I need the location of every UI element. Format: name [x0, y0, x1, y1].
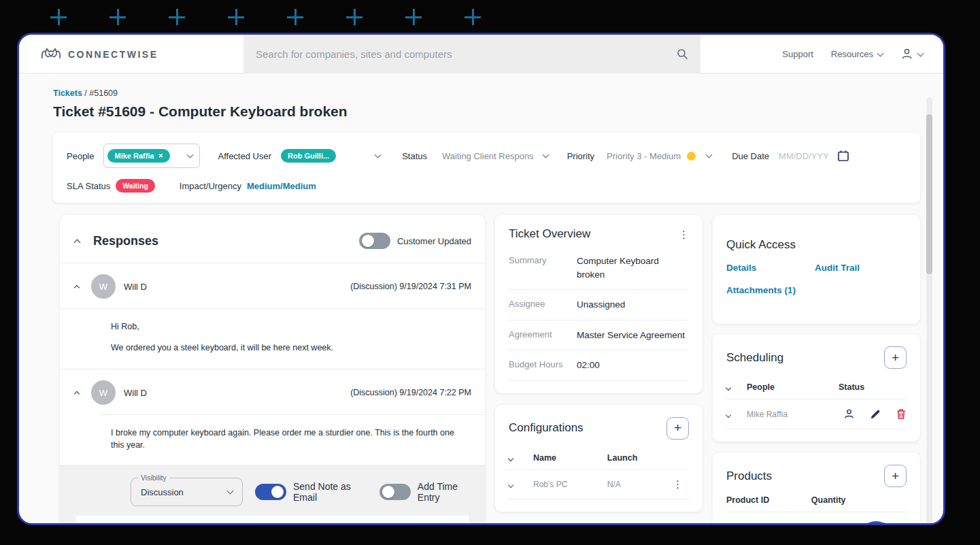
message-line: We ordered you a steel keyboard, it will…: [111, 342, 469, 354]
top-navigation: CONNECTWISE Search for companies, sites …: [19, 35, 943, 73]
quick-access-title: Quick Access: [726, 238, 796, 251]
add-product-button[interactable]: +: [884, 465, 907, 487]
edit-pencil-icon[interactable]: [870, 409, 881, 420]
people-select[interactable]: Mike Raffia ✕: [103, 144, 200, 168]
note-compose-panel: Notify Affected User (Rob Guilliman): [76, 516, 469, 525]
account-menu[interactable]: [900, 48, 923, 61]
middle-column: Ticket Overview ⋮ Summary Computer Keybo…: [495, 215, 703, 525]
responses-column: Responses Customer Updated W Will D: [60, 215, 485, 525]
customer-updated-toggle-group: Customer Updated: [359, 233, 471, 249]
affected-user-label: Affected User: [218, 151, 271, 161]
send-note-as-email-toggle[interactable]: [255, 484, 286, 500]
response-message: Hi Rob, We ordered you a steel keyboard,…: [60, 309, 485, 369]
send-note-toggle-group: Send Note as Email: [255, 481, 367, 503]
plus-decoration-icon: [169, 9, 185, 25]
affected-user-chip[interactable]: Rob Guilli...: [281, 149, 336, 163]
products-table: Product ID Quantity HP-KB-001 1 ⋮: [726, 491, 907, 525]
chevron-down-icon[interactable]: [706, 152, 713, 159]
chip-remove-icon[interactable]: ✕: [158, 152, 164, 159]
add-time-toggle-group: Add Time Entry: [379, 481, 474, 503]
visibility-select[interactable]: Visibility Discussion: [131, 478, 243, 506]
kebab-menu-icon[interactable]: ⋮: [673, 478, 683, 490]
priority-label: Priority: [567, 151, 594, 161]
support-link[interactable]: Support: [782, 49, 813, 59]
table-header-row: People Status: [726, 378, 907, 399]
responses-card: Responses Customer Updated W Will D: [60, 215, 485, 525]
collapse-entry-icon[interactable]: [74, 391, 80, 397]
global-search-input[interactable]: Search for companies, sites and computer…: [243, 35, 700, 73]
plus-decoration-icon: [287, 9, 303, 25]
chevron-down-icon[interactable]: [508, 456, 513, 461]
search-icon[interactable]: [677, 48, 688, 60]
plus-decoration-icon: [228, 9, 244, 25]
response-meta: (Discussion) 9/19/2024 7:22 PM: [350, 388, 471, 397]
chevron-down-icon[interactable]: [375, 152, 382, 159]
scrollbar-thumb[interactable]: [926, 114, 932, 274]
configurations-title: Configurations: [509, 421, 584, 435]
sla-status-badge: Waiting: [116, 179, 155, 193]
table-row[interactable]: Rob's PC N/A ⋮: [509, 469, 689, 499]
resources-menu[interactable]: Resources: [831, 49, 883, 59]
connectwise-logo: CONNECTWISE: [41, 35, 158, 73]
products-card: Products + Product ID Quantity HP-KB-001: [713, 452, 920, 525]
add-note-form: Visibility Discussion Send Note as Email: [60, 465, 485, 525]
sla-status-label: SLA Status: [67, 181, 110, 191]
breadcrumb-current: #51609: [89, 88, 118, 98]
details-link[interactable]: Details: [726, 263, 815, 273]
response-author: Will D: [124, 388, 350, 398]
attachments-link[interactable]: Attachments (1): [726, 285, 907, 295]
delete-trash-icon[interactable]: [896, 408, 907, 420]
table-row[interactable]: HP-KB-001 1 ⋮: [726, 512, 907, 526]
plus-decoration-icon: [464, 9, 481, 25]
scheduling-card: Scheduling + People Status Mike R: [713, 334, 920, 442]
plus-decoration-icon: [346, 9, 362, 25]
owl-icon: [41, 47, 61, 62]
plus-decoration-icon: [50, 9, 67, 25]
due-date-input[interactable]: MM/DD/YYY: [779, 151, 829, 161]
table-header-row: Name Launch: [509, 449, 689, 470]
chevron-down-icon: [227, 488, 234, 495]
chevron-down-icon: [917, 50, 924, 56]
plus-decoration-icon: [109, 9, 126, 25]
priority-select[interactable]: Priority 3 - Medium: [607, 151, 681, 161]
chevron-down-icon[interactable]: [726, 385, 731, 391]
assign-user-icon[interactable]: [843, 408, 855, 420]
overview-row: Agreement Master Service Agreement: [509, 320, 689, 351]
kebab-menu-icon[interactable]: ⋮: [679, 229, 689, 240]
impact-urgency-label: Impact/Urgency: [180, 181, 241, 191]
status-select[interactable]: Waiting Client Respons: [442, 151, 534, 161]
collapse-entry-icon[interactable]: [74, 285, 80, 291]
customer-updated-toggle[interactable]: [359, 233, 390, 249]
table-row[interactable]: Mike Raffia: [726, 399, 907, 429]
chevron-down-icon[interactable]: [726, 412, 731, 417]
configurations-table: Name Launch Rob's PC N/A ⋮: [509, 449, 689, 499]
response-meta: (Discussion) 9/19/2024 7:31 PM: [350, 282, 471, 291]
app-window: CONNECTWISE Search for companies, sites …: [17, 33, 945, 525]
customer-updated-label: Customer Updated: [397, 236, 471, 246]
top-nav-actions: Support Resources: [782, 35, 923, 73]
products-title: Products: [726, 469, 772, 483]
breadcrumb-tickets-link[interactable]: Tickets: [53, 88, 82, 98]
add-time-entry-toggle[interactable]: [379, 484, 411, 500]
plus-decoration-icon: [405, 9, 422, 25]
ticket-fields-bar: People Mike Raffia ✕ Affected User Rob G…: [53, 132, 920, 203]
breadcrumb-separator: /: [84, 88, 86, 98]
page-title: Ticket #51609 - Computer Keyboard broken: [53, 103, 943, 120]
audit-trail-link[interactable]: Audit Trail: [815, 263, 907, 273]
add-configuration-button[interactable]: +: [666, 417, 689, 440]
content-columns: Responses Customer Updated W Will D: [60, 215, 943, 525]
desktop-background: CONNECTWISE Search for companies, sites …: [0, 0, 980, 545]
brand-name: CONNECTWISE: [68, 49, 158, 60]
response-author: Will D: [124, 282, 350, 292]
products-header: Products +: [726, 465, 907, 487]
quick-access-links: Details Audit Trail Attachments (1): [726, 263, 907, 295]
responses-title: Responses: [93, 234, 359, 248]
add-schedule-button[interactable]: +: [884, 346, 907, 369]
calendar-icon[interactable]: [837, 150, 849, 162]
collapse-responses-icon[interactable]: [74, 239, 81, 246]
chevron-down-icon[interactable]: [542, 152, 549, 159]
chevron-down-icon: [877, 50, 884, 56]
response-message: I broke my computer keyboard again. Plea…: [60, 415, 485, 461]
page-scrollbar[interactable]: [926, 97, 932, 525]
chevron-down-icon[interactable]: [508, 482, 513, 488]
